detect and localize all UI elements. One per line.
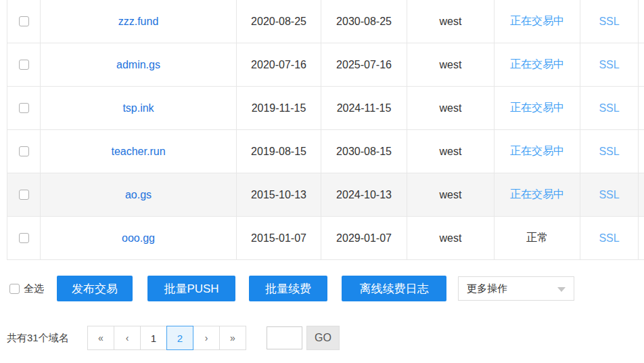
domain-link[interactable]: zzz.fund — [118, 16, 159, 28]
select-all-label: 全选 — [24, 282, 44, 295]
table-edge — [639, 43, 644, 86]
domain-management-page: zzz.fund 2020-08-25 2030-08-25 west 正在交易… — [0, 0, 644, 363]
status-text: 正常 — [526, 231, 548, 245]
table-edge — [639, 0, 644, 43]
ssl-cell: SSL — [580, 130, 639, 173]
row-checkbox[interactable] — [19, 233, 29, 243]
batch-renew-button[interactable]: 批量续费 — [249, 276, 327, 301]
registration-date: 2015-10-13 — [237, 173, 321, 216]
ssl-cell: SSL — [580, 173, 639, 216]
row-checkbox[interactable] — [19, 103, 29, 113]
chevron-down-icon — [557, 287, 566, 292]
row-checkbox-cell — [7, 43, 41, 86]
table-row: admin.gs 2020-07-16 2025-07-16 west 正在交易… — [7, 43, 644, 87]
ssl-cell: SSL — [580, 87, 639, 129]
prev-page-button[interactable]: ‹ — [114, 326, 141, 350]
last-page-button[interactable]: » — [219, 326, 246, 350]
domain-cell: ao.gs — [41, 173, 237, 216]
ssl-cell: SSL — [580, 43, 639, 86]
row-checkbox[interactable] — [19, 60, 29, 70]
row-checkbox-cell — [7, 130, 41, 173]
status-link[interactable]: 正在交易中 — [510, 58, 564, 72]
registrar-label: west — [407, 130, 495, 173]
table-row-highlighted: ao.gs 2015-10-13 2024-10-13 west 正在交易中 S… — [7, 173, 644, 217]
row-checkbox-cell — [7, 0, 41, 43]
registrar-label: west — [407, 43, 495, 86]
pagination: « ‹ 1 2 › » — [87, 326, 246, 350]
status-link[interactable]: 正在交易中 — [510, 14, 564, 28]
status-cell: 正在交易中 — [495, 130, 580, 173]
registrar-label: west — [407, 87, 495, 129]
table-row: zzz.fund 2020-08-25 2030-08-25 west 正在交易… — [7, 0, 644, 43]
table-row: teacher.run 2019-08-15 2030-08-15 west 正… — [7, 130, 644, 173]
domain-link[interactable]: tsp.ink — [122, 102, 154, 114]
go-button[interactable]: GO — [306, 326, 340, 350]
ssl-link[interactable]: SSL — [599, 232, 619, 244]
ssl-cell: SSL — [580, 0, 639, 43]
goto-page-input[interactable] — [267, 326, 302, 349]
ssl-link[interactable]: SSL — [599, 189, 619, 201]
expiry-date: 2030-08-25 — [321, 0, 407, 43]
domain-cell: admin.gs — [41, 43, 237, 86]
select-all-control: 全选 — [9, 276, 44, 301]
page-1-button[interactable]: 1 — [140, 326, 167, 350]
publish-trade-button[interactable]: 发布交易 — [57, 276, 133, 301]
expiry-date: 2029-01-07 — [321, 217, 407, 259]
table-row: ooo.gg 2015-01-07 2029-01-07 west 正常 SSL — [7, 217, 644, 260]
status-cell: 正在交易中 — [495, 43, 580, 86]
table-edge — [639, 87, 644, 129]
batch-push-button[interactable]: 批量PUSH — [147, 276, 235, 301]
status-link[interactable]: 正在交易中 — [510, 188, 564, 202]
domain-count-summary: 共有31个域名 — [7, 326, 69, 350]
domain-link[interactable]: admin.gs — [116, 59, 160, 71]
more-actions-dropdown[interactable]: 更多操作 — [458, 276, 574, 301]
status-cell: 正在交易中 — [495, 0, 580, 43]
ssl-link[interactable]: SSL — [599, 59, 619, 71]
row-checkbox[interactable] — [19, 16, 29, 26]
ssl-link[interactable]: SSL — [599, 16, 619, 28]
domain-cell: zzz.fund — [41, 0, 237, 43]
domain-table: zzz.fund 2020-08-25 2030-08-25 west 正在交易… — [7, 0, 644, 260]
select-all-checkbox[interactable] — [9, 284, 20, 294]
table-edge — [639, 130, 644, 173]
domain-cell: ooo.gg — [41, 217, 237, 259]
row-checkbox-cell — [7, 217, 41, 259]
registration-date: 2019-08-15 — [237, 130, 321, 173]
ssl-link[interactable]: SSL — [599, 102, 619, 114]
domain-link[interactable]: teacher.run — [111, 146, 165, 158]
status-link[interactable]: 正在交易中 — [510, 144, 564, 158]
registrar-label: west — [407, 173, 495, 216]
domain-cell: tsp.ink — [41, 87, 237, 129]
registration-date: 2020-08-25 — [237, 0, 321, 43]
row-checkbox[interactable] — [19, 146, 29, 156]
status-cell: 正在交易中 — [495, 173, 580, 216]
page-2-button-active[interactable]: 2 — [166, 326, 193, 350]
expiry-date: 2024-10-13 — [321, 173, 407, 216]
expiry-date: 2024-11-15 — [321, 87, 407, 129]
table-edge — [639, 217, 644, 259]
more-actions-label: 更多操作 — [467, 282, 507, 295]
status-cell: 正在交易中 — [495, 87, 580, 129]
row-checkbox-cell — [7, 173, 41, 216]
expiry-date: 2025-07-16 — [321, 43, 407, 86]
status-link[interactable]: 正在交易中 — [510, 101, 564, 115]
registrar-label: west — [407, 0, 495, 43]
registrar-label: west — [407, 217, 495, 259]
offline-renew-log-button[interactable]: 离线续费日志 — [342, 276, 446, 301]
ssl-link[interactable]: SSL — [599, 146, 619, 158]
expiry-date: 2030-08-15 — [321, 130, 407, 173]
table-row: tsp.ink 2019-11-15 2024-11-15 west 正在交易中… — [7, 87, 644, 130]
ssl-cell: SSL — [580, 217, 639, 259]
row-checkbox-cell — [7, 87, 41, 129]
domain-link[interactable]: ao.gs — [125, 189, 152, 201]
registration-date: 2020-07-16 — [237, 43, 321, 86]
status-cell: 正常 — [495, 217, 580, 259]
next-page-button[interactable]: › — [193, 326, 220, 350]
domain-cell: teacher.run — [41, 130, 237, 173]
domain-link[interactable]: ooo.gg — [122, 232, 155, 244]
table-edge — [639, 173, 644, 216]
row-checkbox[interactable] — [19, 190, 29, 200]
registration-date: 2019-11-15 — [237, 87, 321, 129]
registration-date: 2015-01-07 — [237, 217, 321, 259]
first-page-button[interactable]: « — [87, 326, 114, 350]
